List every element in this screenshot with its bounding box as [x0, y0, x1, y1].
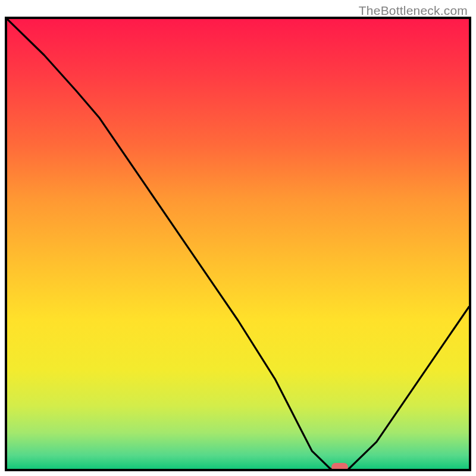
optimal-marker [331, 463, 348, 471]
chart-stage: TheBottleneck.com [0, 0, 476, 476]
curve-path [7, 19, 469, 469]
watermark-text: TheBottleneck.com [359, 4, 468, 18]
plot-area [5, 17, 471, 471]
bottleneck-curve [7, 19, 469, 469]
